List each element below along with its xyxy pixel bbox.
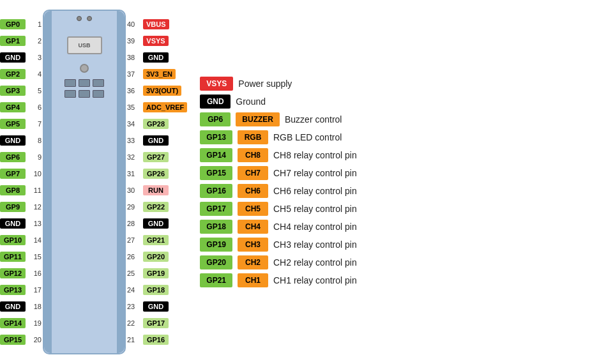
left-pin-label: GP3 [0,86,26,96]
legend-description: Power supply [238,79,292,89]
right-pin-row: 28GND [127,216,187,232]
legend-description: CH5 relay control pin [273,204,357,214]
left-pin-number: 1 [27,20,42,28]
right-pin-label: GP17 [143,318,169,328]
left-pin-number: 15 [27,253,42,261]
component-4 [64,90,76,98]
component-6 [93,90,104,98]
legend-chip2: CH5 [238,202,268,216]
left-pin-number: 6 [27,103,42,111]
right-pin-row: 25GP19 [127,266,187,282]
legend-chip2: CH7 [238,166,268,180]
legend-chip2: CH4 [238,220,268,234]
legend-chip1: GP20 [200,255,232,269]
right-pin-number: 37 [127,70,141,78]
legend-row: GP20CH2CH2 relay control pin [200,255,600,269]
right-pin-row: 23GND [127,299,187,315]
left-pin-label: GND [0,135,26,146]
legend-chip2: RGB [238,130,268,144]
right-pin-label: 3V3(OUT) [143,86,181,96]
left-pin-number: 10 [27,170,42,178]
legend-chip2: CH2 [238,255,268,269]
legend-row: GP21CH1CH1 relay control pin [200,273,600,287]
right-pin-number: 25 [127,269,141,277]
left-pin-label: GP0 [0,19,26,29]
right-pin-row: 35ADC_VREF [127,100,187,116]
left-pin-label: GP5 [0,119,26,129]
left-pin-row: GP46 [0,100,42,116]
legend-description: RGB LED control [273,132,342,142]
right-pin-number: 39 [127,37,141,45]
right-pin-label: GP16 [143,335,169,345]
right-pin-row: 34GP28 [127,116,187,132]
right-pin-number: 21 [127,336,141,344]
component-2 [79,79,90,87]
left-pin-row: GP710 [0,166,42,182]
right-pin-number: 38 [127,54,141,61]
right-pin-number: 23 [127,303,141,310]
left-pin-row: GP01 [0,17,42,33]
legend-chip1: GP13 [200,130,232,144]
right-pin-number: 28 [127,220,141,227]
right-pin-number: 34 [127,120,141,128]
left-pin-number: 5 [27,87,42,95]
right-pin-row: 33GND [127,133,187,149]
left-pin-row: GP1115 [0,249,42,265]
legend-description: Buzzer control [285,114,342,125]
legend-chip2: CH8 [238,148,268,162]
component-1 [64,79,76,87]
legend-chip1: GP15 [200,166,232,180]
left-pin-row: GP69 [0,149,42,165]
right-pin-number: 33 [127,137,141,144]
left-pin-row: GP1216 [0,266,42,282]
legend-row: GP13RGBRGB LED control [200,130,600,144]
left-pin-number: 20 [27,336,42,344]
right-pin-number: 26 [127,253,141,261]
legend-chip1: GND [200,95,231,109]
left-pin-label: GND [0,301,26,312]
right-pin-label: GND [143,135,169,146]
right-pin-label: GP18 [143,285,169,295]
board-left-strip [44,11,52,353]
component-5 [79,90,90,98]
usb-port: USB [67,36,102,54]
left-pin-label: GP12 [0,268,26,278]
right-pin-label: GND [143,218,169,229]
legend-row: GP16CH6CH6 relay control pin [200,184,600,198]
legend-description: CH7 relay control pin [273,168,357,178]
legend-section: VSYSPower supplyGNDGroundGP6BUZZERBuzzer… [187,67,613,297]
legend-chip1: GP17 [200,202,232,216]
left-pin-row: GND8 [0,133,42,149]
component-row-1 [64,79,104,87]
component-row-2 [64,90,104,98]
right-pin-label: ADC_VREF [143,102,187,112]
right-pin-number: 30 [127,186,141,194]
left-pin-number: 13 [27,220,42,227]
right-pin-number: 27 [127,236,141,244]
board-connector-top [77,16,92,21]
left-pin-number: 17 [27,286,42,294]
legend-chip2: CH1 [238,273,268,287]
left-pin-number: 9 [27,153,42,161]
right-pin-label: 3V3_EN [143,69,176,79]
right-pin-row: 21GP16 [127,332,187,348]
right-pin-number: 29 [127,203,141,211]
board-body: USB [43,10,126,354]
left-pin-number: 14 [27,236,42,244]
right-pin-row: 40VBUS [127,17,187,33]
left-pin-label: GP15 [0,335,26,345]
left-pin-row: GP35 [0,83,42,99]
left-pin-number: 12 [27,203,42,211]
left-pins: GP01GP12GND3GP24GP35GP46GP57GND8GP69GP71… [0,17,42,348]
legend-chip2: CH3 [238,238,268,252]
left-pin-label: GP14 [0,318,26,328]
legend-chip2: CH6 [238,184,268,198]
left-pin-label: GP4 [0,102,26,112]
right-pin-row: 29GP22 [127,199,187,215]
right-pin-label: VBUS [143,19,169,29]
legend-description: CH8 relay control pin [273,150,357,160]
legend-row: GP15CH7CH7 relay control pin [200,166,600,180]
left-pin-row: GP1520 [0,332,42,348]
right-pin-label: GP19 [143,268,169,278]
board-dot-2 [87,16,92,21]
